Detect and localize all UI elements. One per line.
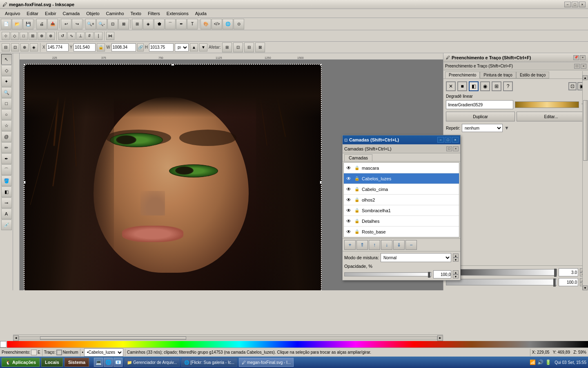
opacity-track[interactable] bbox=[344, 272, 432, 276]
snap-grid[interactable]: # bbox=[85, 32, 94, 40]
pen-button[interactable]: ✒ bbox=[176, 19, 187, 29]
snap-bbox[interactable]: □ bbox=[20, 32, 28, 40]
layers-max-btn[interactable]: □ bbox=[445, 137, 451, 143]
vis-icon-sombracelha[interactable]: 👁 bbox=[345, 207, 352, 214]
snap-center[interactable]: ⊕ bbox=[38, 32, 46, 40]
lock-icon-sombracelha[interactable]: 🔒 bbox=[354, 207, 360, 214]
layer-item-detalhes[interactable]: 👁 🔒 Detalhes bbox=[344, 216, 459, 227]
zoom-page-button[interactable]: ⊠ bbox=[118, 19, 129, 29]
layer-item-sombracelha1[interactable]: 👁 🔒 Sombracelha1 bbox=[344, 205, 459, 216]
w-input[interactable] bbox=[111, 43, 136, 52]
places-menu[interactable]: Locais bbox=[41, 358, 63, 367]
fill-subpanel-btn1[interactable]: □ bbox=[574, 64, 580, 69]
quick-launch-1[interactable]: 💻 bbox=[94, 358, 103, 367]
maximize-button[interactable]: □ bbox=[572, 2, 578, 7]
layers-min-btn[interactable]: − bbox=[437, 137, 444, 143]
layer-down-btn[interactable]: ↓ bbox=[381, 240, 392, 250]
slider-thumb-1[interactable] bbox=[554, 269, 557, 277]
fill-button[interactable]: 🎨 bbox=[200, 19, 211, 29]
lock-icon-mascara[interactable]: 🔒 bbox=[354, 165, 360, 171]
align-nodes-button[interactable]: ⊞ bbox=[132, 19, 143, 29]
fill-linear-btn[interactable]: ◧ bbox=[469, 81, 479, 91]
bezier-button[interactable]: ⌒ bbox=[165, 19, 176, 29]
layers-sub-btn2[interactable]: × bbox=[453, 146, 459, 151]
vis-icon-olhos2[interactable]: 👁 bbox=[345, 197, 352, 203]
add-layer-btn[interactable]: + bbox=[344, 240, 356, 250]
up-arrow[interactable]: ▲ bbox=[190, 43, 198, 52]
undo-button[interactable]: ↩ bbox=[61, 19, 71, 29]
snap-smooth[interactable]: ∿ bbox=[67, 32, 76, 40]
text-tool-button[interactable]: T bbox=[187, 19, 198, 29]
scroll-down-btn[interactable]: ▼ bbox=[583, 285, 588, 290]
opacity-spin-up[interactable]: ▲ bbox=[453, 270, 459, 274]
open-button[interactable]: 📂 bbox=[12, 19, 22, 29]
current-layer-select[interactable]: •Cabelos_luzes bbox=[84, 348, 123, 357]
menu-filters[interactable]: Filters bbox=[145, 10, 163, 17]
minimize-button[interactable]: − bbox=[564, 2, 571, 7]
down-arrow[interactable]: ▼ bbox=[199, 43, 207, 52]
layer-item-cabelos-luzes[interactable]: 👁 🔒 Cabelos_luzes bbox=[344, 173, 459, 184]
rect-tool[interactable]: □ bbox=[1, 98, 12, 109]
menu-caminho[interactable]: Caminho bbox=[103, 10, 127, 17]
lock-icon-cabelo-cima[interactable]: 🔒 bbox=[354, 186, 360, 193]
taskbar-app3-inkscape[interactable]: 🖊 megan-foxFinal.svg - I... bbox=[239, 358, 294, 367]
affect-btn4[interactable]: ⊠ bbox=[255, 43, 265, 52]
zoom-out-button[interactable]: 🔍- bbox=[96, 19, 107, 29]
menu-texto[interactable]: Texto bbox=[127, 10, 145, 17]
tweak-tool[interactable]: ✦ bbox=[1, 76, 12, 87]
handle-mr[interactable]: → bbox=[320, 181, 322, 184]
taskbar-app2[interactable]: 🌐 [Flickr: Sua galeria - Ic... bbox=[181, 358, 237, 367]
slider-track-2[interactable] bbox=[446, 279, 557, 285]
import-button[interactable]: 📥 bbox=[47, 19, 58, 29]
scroll-right-btn[interactable]: ► bbox=[437, 335, 443, 341]
lock-icon-olhos2[interactable]: 🔒 bbox=[354, 197, 360, 203]
opacity-thumb[interactable] bbox=[428, 272, 430, 278]
fill-subpanel-btn2[interactable]: × bbox=[581, 64, 586, 69]
snap-page[interactable]: ⊞ bbox=[29, 32, 37, 40]
x-input[interactable] bbox=[47, 43, 69, 52]
units-select[interactable]: px mm cm bbox=[175, 43, 189, 52]
layers-close-btn[interactable]: × bbox=[452, 137, 459, 143]
vis-icon-rosto[interactable]: 👁 bbox=[345, 229, 352, 235]
fill-radial-btn[interactable]: ◉ bbox=[480, 81, 490, 91]
lock-aspect-button[interactable]: 🔒 bbox=[97, 43, 105, 52]
vis-icon-mascara[interactable]: 👁 bbox=[345, 165, 352, 171]
tab-stroke-style[interactable]: Estilo de traço bbox=[516, 72, 549, 79]
globe-button[interactable]: 🌐 bbox=[223, 19, 233, 29]
fill-swatch-btn[interactable]: ⊡ bbox=[568, 82, 577, 90]
layers-sub-btn1[interactable]: □ bbox=[446, 146, 452, 151]
applications-menu[interactable]: 🐧 Aplicações bbox=[2, 358, 40, 367]
lock-icon-rosto[interactable]: 🔒 bbox=[354, 229, 360, 235]
layer-up-btn[interactable]: ↑ bbox=[369, 240, 380, 250]
duplicate-btn[interactable]: Duplicar bbox=[446, 112, 515, 121]
fill-panel-close[interactable]: × bbox=[580, 55, 586, 60]
dropper-tool[interactable]: 💉 bbox=[1, 220, 12, 230]
scroll-up-btn[interactable]: ▲ bbox=[583, 75, 588, 80]
tab-fill[interactable]: Preenchimento bbox=[445, 72, 480, 79]
xml-editor-button[interactable]: </> bbox=[212, 19, 222, 29]
layer-bottom-btn[interactable]: ⇓ bbox=[393, 240, 405, 250]
snap-perp[interactable]: ⊥ bbox=[76, 32, 85, 40]
sel-btn2[interactable]: ⊡ bbox=[11, 43, 19, 52]
link-wh-button[interactable]: 🔗 bbox=[137, 43, 144, 52]
node-tool[interactable]: ◇ bbox=[1, 65, 12, 76]
slider-thumb-2[interactable] bbox=[553, 278, 556, 287]
y-input[interactable] bbox=[74, 43, 96, 52]
affect-btn2[interactable]: ⊡ bbox=[233, 43, 243, 52]
pen-tool[interactable]: ✒ bbox=[1, 153, 12, 164]
fill-unknown-btn[interactable]: ? bbox=[503, 81, 513, 91]
handle-tl[interactable] bbox=[24, 64, 26, 66]
affect-btn1[interactable]: ⊞ bbox=[222, 43, 232, 52]
sel-btn3[interactable]: ⊕ bbox=[20, 43, 29, 52]
vis-icon-cabelos[interactable]: 👁 bbox=[345, 175, 352, 182]
quick-launch-3[interactable]: 📧 bbox=[114, 358, 122, 367]
sel-btn4[interactable]: ◈ bbox=[30, 43, 38, 52]
layer-item-rosto-base[interactable]: 👁 🔒 Rosto_base bbox=[344, 227, 459, 237]
color-strip[interactable] bbox=[7, 341, 588, 348]
zoom-in-button[interactable]: 🔍+ bbox=[85, 19, 96, 29]
calligraphy-tool[interactable]: ⌒ bbox=[1, 164, 12, 175]
layers-title-bar[interactable]: ⊡ Camadas (Shift+Ctrl+L) − □ × bbox=[343, 135, 460, 144]
tab-stroke-paint[interactable]: Pintura de traço bbox=[480, 72, 516, 79]
vis-icon-detalhes[interactable]: 👁 bbox=[345, 218, 352, 224]
menu-camada[interactable]: Camada bbox=[60, 10, 83, 17]
